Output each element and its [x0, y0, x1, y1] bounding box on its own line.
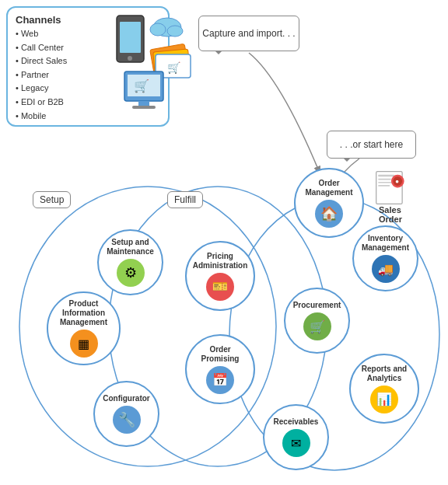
product-info-icon: ▦: [70, 330, 98, 358]
configurator-label: Configurator: [103, 394, 150, 403]
product-info-circle[interactable]: ProductInformationManagement ▦: [47, 291, 121, 365]
configurator-icon: 🔧: [113, 406, 141, 434]
setup-callout: Setup: [33, 191, 71, 208]
inventory-icon: 🚚: [372, 255, 400, 283]
pricing-admin-circle[interactable]: PricingAdministration 🎫: [185, 241, 255, 311]
svg-point-8: [150, 23, 166, 36]
svg-point-6: [128, 56, 132, 61]
reports-analytics-circle[interactable]: Reports andAnalytics 📊: [349, 354, 419, 424]
receivables-icon: ✉: [282, 429, 310, 457]
svg-rect-23: [378, 185, 390, 187]
svg-rect-5: [120, 22, 141, 53]
order-management-circle[interactable]: OrderManagement 🏠: [294, 168, 364, 238]
device-icons: 🛒 🛒: [109, 8, 194, 117]
svg-text:●: ●: [394, 177, 398, 185]
svg-text:🛒: 🛒: [134, 79, 149, 93]
order-management-icon: 🏠: [315, 200, 343, 228]
order-promising-label: OrderPromising: [201, 345, 240, 364]
order-management-label: OrderManagement: [305, 179, 352, 197]
start-here-text: . . .or start here: [340, 139, 403, 150]
product-info-label: ProductInformationManagement: [60, 299, 107, 327]
inventory-label: InventoryManagement: [362, 234, 409, 253]
pricing-admin-icon: 🎫: [206, 273, 234, 301]
receivables-circle[interactable]: Receivables ✉: [263, 404, 329, 470]
setup-maintenance-circle[interactable]: Setup andMaintenance ⚙: [97, 229, 163, 295]
start-here-callout: . . .or start here: [327, 131, 416, 159]
svg-text:🛒: 🛒: [167, 61, 181, 75]
fulfill-callout: Fulfill: [167, 191, 203, 208]
capture-import-callout: Capture and import. . .: [198, 16, 299, 51]
reports-analytics-icon: 📊: [370, 386, 398, 413]
procurement-label: Procurement: [293, 301, 341, 310]
receivables-label: Receivables: [274, 417, 319, 427]
procurement-circle[interactable]: Procurement 🛒: [284, 288, 350, 354]
setup-text: Setup: [40, 194, 64, 205]
reports-analytics-label: Reports andAnalytics: [362, 365, 407, 383]
procurement-icon: 🛒: [303, 312, 331, 340]
order-promising-icon: 📅: [206, 366, 234, 394]
svg-rect-21: [378, 179, 391, 180]
svg-rect-17: [132, 106, 156, 109]
inventory-circle[interactable]: InventoryManagement 🚚: [352, 225, 418, 291]
svg-point-9: [167, 26, 183, 37]
svg-rect-16: [138, 101, 149, 106]
svg-rect-20: [378, 175, 394, 177]
sales-order-label: Sales Order: [379, 205, 402, 224]
setup-maintenance-label: Setup andMaintenance: [107, 238, 154, 256]
svg-rect-22: [378, 182, 392, 183]
capture-import-text: Capture and import. . .: [202, 28, 295, 39]
pricing-admin-label: PricingAdministration: [193, 252, 248, 270]
configurator-circle[interactable]: Configurator 🔧: [93, 381, 159, 447]
fulfill-text: Fulfill: [174, 194, 196, 205]
sales-order-document: ● Sales Order: [359, 169, 422, 224]
order-promising-circle[interactable]: OrderPromising 📅: [185, 334, 255, 404]
setup-maintenance-icon: ⚙: [117, 259, 145, 287]
